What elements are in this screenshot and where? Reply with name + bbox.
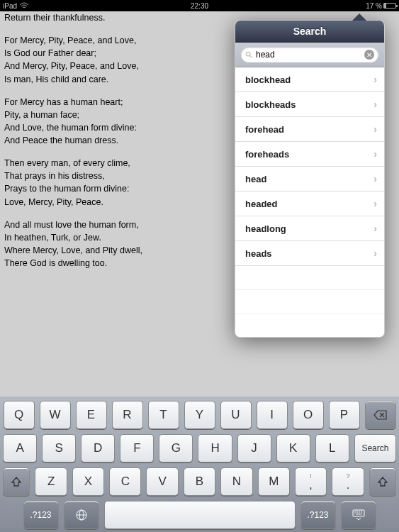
search-icon [245, 51, 253, 59]
key-j[interactable]: J [237, 434, 271, 462]
status-time: 22:30 [191, 2, 208, 10]
chevron-right-icon: › [373, 198, 377, 209]
key-y[interactable]: Y [184, 401, 215, 429]
result-item[interactable]: head› [235, 167, 384, 192]
chevron-right-icon: › [373, 148, 377, 160]
key-hide-keyboard[interactable] [341, 501, 376, 529]
shift-icon [11, 476, 22, 487]
chevron-right-icon: › [373, 173, 377, 184]
status-right: 17 % [366, 2, 396, 10]
search-popover: Search ✕ blockhead› blockheads› forehead… [235, 20, 385, 338]
key-k[interactable]: K [276, 434, 310, 462]
svg-rect-5 [353, 510, 364, 516]
result-item[interactable]: forehead› [235, 117, 384, 142]
empty-row [235, 266, 384, 290]
key-i[interactable]: I [257, 401, 288, 429]
battery-percent: 17 % [366, 2, 382, 10]
search-input[interactable] [256, 50, 364, 60]
key-p[interactable]: P [329, 401, 360, 429]
chevron-right-icon: › [373, 223, 377, 234]
backspace-icon [373, 410, 388, 420]
device-label: iPad [3, 2, 17, 10]
key-b[interactable]: B [184, 467, 215, 496]
key-s[interactable]: S [42, 434, 76, 462]
clear-search-button[interactable]: ✕ [364, 50, 374, 60]
key-w[interactable]: W [40, 401, 71, 429]
globe-icon [75, 509, 88, 521]
key-backspace[interactable] [365, 401, 396, 429]
wifi-icon [19, 2, 29, 9]
key-t[interactable]: T [148, 401, 179, 429]
empty-row [235, 290, 384, 314]
svg-line-1 [249, 55, 252, 57]
search-results: blockhead› blockheads› forehead› forehea… [235, 67, 384, 337]
result-item[interactable]: headlong› [235, 216, 384, 241]
chevron-right-icon: › [373, 74, 377, 85]
key-n[interactable]: N [220, 467, 252, 496]
key-numbers-right[interactable]: .?123 [300, 501, 336, 529]
status-bar: iPad 22:30 17 % [0, 0, 399, 11]
key-m[interactable]: M [258, 467, 290, 496]
chevron-right-icon: › [373, 248, 377, 259]
key-r[interactable]: R [112, 401, 143, 429]
key-q[interactable]: Q [4, 401, 35, 429]
key-shift-right[interactable] [369, 467, 396, 496]
key-h[interactable]: H [198, 434, 232, 462]
shift-icon [377, 476, 388, 487]
result-item[interactable]: blockheads› [235, 92, 384, 117]
empty-row [235, 314, 384, 337]
key-u[interactable]: U [220, 401, 252, 429]
popover-title: Search [235, 21, 384, 43]
chevron-right-icon: › [373, 123, 377, 135]
result-item[interactable]: foreheads› [235, 142, 384, 167]
key-g[interactable]: G [159, 434, 193, 462]
key-comma[interactable]: !, [295, 467, 327, 496]
battery-icon [383, 3, 396, 9]
key-shift-left[interactable] [3, 467, 30, 496]
result-item[interactable]: heads› [235, 241, 384, 266]
search-input-wrap[interactable]: ✕ [241, 47, 378, 62]
key-a[interactable]: A [3, 434, 37, 462]
key-x[interactable]: X [72, 467, 104, 496]
search-box: ✕ [235, 43, 384, 67]
key-search[interactable]: Search [354, 434, 396, 462]
hide-keyboard-icon [352, 509, 366, 521]
key-o[interactable]: O [293, 401, 324, 429]
svg-point-0 [246, 52, 250, 56]
key-space[interactable] [104, 501, 296, 529]
key-f[interactable]: F [120, 434, 154, 462]
key-numbers-left[interactable]: .?123 [23, 501, 59, 529]
key-e[interactable]: E [76, 401, 107, 429]
key-d[interactable]: D [81, 434, 115, 462]
result-item[interactable]: headed› [235, 192, 384, 216]
key-period[interactable]: ?. [332, 467, 364, 496]
key-z[interactable]: Z [35, 467, 67, 496]
keyboard: Q W E R T Y U I O P A S D F G H J K L Se… [0, 397, 399, 532]
status-left: iPad [3, 2, 29, 10]
chevron-right-icon: › [373, 99, 377, 110]
result-item[interactable]: blockhead› [235, 67, 384, 92]
key-c[interactable]: C [109, 467, 141, 496]
key-l[interactable]: L [315, 434, 349, 462]
key-globe[interactable] [64, 501, 99, 529]
key-v[interactable]: V [146, 467, 178, 496]
